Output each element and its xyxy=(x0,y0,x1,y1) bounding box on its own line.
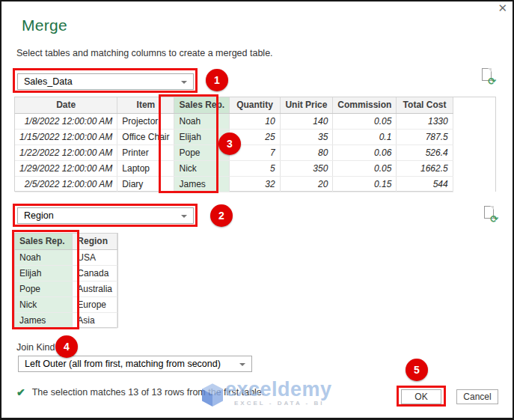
table-header-row: Sales Rep. Region xyxy=(15,234,117,249)
first-table-select[interactable]: Sales_Data xyxy=(17,73,194,90)
cell-total-cost: 526.4 xyxy=(397,144,453,160)
step-4-badge: 4 xyxy=(55,335,78,358)
cell-region: Australia xyxy=(73,281,117,296)
cell-sales-rep: Noah xyxy=(174,113,230,129)
cell-sales-rep: Elijah xyxy=(15,265,73,281)
table-row: 1/8/2022 12:00:00 AM Projector Noah 10 1… xyxy=(15,113,495,129)
cell-sales-rep: James xyxy=(15,312,73,328)
table-row: Elijah Canada xyxy=(15,265,117,281)
step-2-badge: 2 xyxy=(210,204,233,227)
cell-commission: 0.05 xyxy=(333,113,397,129)
cell-quantity: 5 xyxy=(230,160,280,176)
chevron-down-icon xyxy=(181,215,187,218)
filler-cell xyxy=(453,97,495,113)
page-fold-icon xyxy=(490,206,494,210)
table-row: Noah USA xyxy=(15,249,117,265)
col-header-commission[interactable]: Commission xyxy=(333,97,397,113)
second-table-select[interactable]: Region xyxy=(17,207,194,224)
cell-quantity: 10 xyxy=(230,113,280,129)
table-row: Nick Europe xyxy=(15,296,117,312)
cell-item: Diary xyxy=(117,176,174,192)
join-kind-label: Join Kind xyxy=(16,342,55,353)
cell-commission: 0.1 xyxy=(333,129,397,144)
cell-item: Laptop xyxy=(117,160,174,176)
refresh-preview-icon[interactable]: ⟳ xyxy=(484,206,494,219)
table-row: 2/5/2022 12:00:00 AM Diary James 32 20 0… xyxy=(15,176,495,192)
col-header-unit-price[interactable]: Unit Price xyxy=(280,97,333,113)
step-3-badge: 3 xyxy=(218,133,241,155)
cell-date: 1/8/2022 12:00:00 AM xyxy=(15,113,117,129)
chevron-down-icon xyxy=(239,363,245,366)
cell-region: Europe xyxy=(73,296,117,312)
cell-date: 1/29/2022 12:00:00 AM xyxy=(15,160,117,176)
cell-date: 1/22/2022 12:00:00 AM xyxy=(15,144,117,160)
cell-unit-price: 80 xyxy=(280,144,333,160)
refresh-preview-icon[interactable]: ⟳ xyxy=(482,68,492,81)
cell-commission: 0.06 xyxy=(333,144,397,160)
watermark-tagline: EXCEL - DATA - BI xyxy=(234,400,332,407)
first-table-select-value: Sales_Data xyxy=(24,76,73,87)
cell-quantity: 32 xyxy=(230,176,280,192)
cell-date: 1/15/2022 12:00:00 AM xyxy=(15,129,117,144)
page-title: Merge xyxy=(22,16,67,34)
cell-total-cost: 787.5 xyxy=(397,129,453,144)
cell-sales-rep: James xyxy=(174,176,230,192)
second-table: Sales Rep. Region Noah USA Elijah Canada… xyxy=(15,234,117,329)
step-5-badge: 5 xyxy=(406,359,428,381)
cell-total-cost: 1662.5 xyxy=(397,160,453,176)
cell-unit-price: 20 xyxy=(280,176,333,192)
join-kind-select-value: Left Outer (all from first, matching fro… xyxy=(25,359,221,369)
cell-region: Canada xyxy=(73,265,117,281)
ok-button[interactable]: OK xyxy=(401,389,441,404)
cell-item: Office Chair xyxy=(117,129,174,144)
table-header-row: Date Item Sales Rep. Quantity Unit Price… xyxy=(15,97,495,113)
cell-sales-rep: Nick xyxy=(174,160,230,176)
cell-unit-price: 35 xyxy=(280,129,333,144)
first-table: Date Item Sales Rep. Quantity Unit Price… xyxy=(15,97,495,192)
col-header-total-cost[interactable]: Total Cost xyxy=(397,97,453,113)
table-row: 1/22/2022 12:00:00 AM Printer Pope 7 80 … xyxy=(15,144,495,160)
cell-commission: 0.15 xyxy=(333,176,397,192)
cell-region: Asia xyxy=(73,312,117,328)
match-status: ✔ The selection matches 13 of 13 rows fr… xyxy=(16,386,264,398)
cell-unit-price: 140 xyxy=(280,113,333,129)
merge-dialog: ✕ Merge Select tables and matching colum… xyxy=(0,0,514,420)
cell-unit-price: 350 xyxy=(280,160,333,176)
join-kind-select[interactable]: Left Outer (all from first, matching fro… xyxy=(18,356,252,372)
page-fold-icon xyxy=(488,68,492,72)
cell-commission: 0.05 xyxy=(333,160,397,176)
refresh-arrow-icon: ⟳ xyxy=(488,76,496,86)
table-row: 1/15/2022 12:00:00 AM Office Chair Elija… xyxy=(15,129,495,144)
first-table-preview: Date Item Sales Rep. Quantity Unit Price… xyxy=(14,97,496,192)
col-header-sales-rep[interactable]: Sales Rep. xyxy=(15,234,73,249)
filler-cell xyxy=(453,129,495,144)
dialog-subtitle: Select tables and matching columns to cr… xyxy=(16,48,273,58)
check-icon: ✔ xyxy=(16,386,25,398)
cell-date: 2/5/2022 12:00:00 AM xyxy=(15,176,117,192)
cell-total-cost: 544 xyxy=(397,176,453,192)
match-status-text: The selection matches 13 of 13 rows from… xyxy=(32,387,265,398)
filler-cell xyxy=(453,160,495,176)
table-row: Pope Australia xyxy=(15,281,117,296)
step-1-badge: 1 xyxy=(206,69,228,91)
table-row: 1/29/2022 12:00:00 AM Laptop Nick 5 350 … xyxy=(15,160,495,176)
refresh-arrow-icon: ⟳ xyxy=(490,214,498,224)
filler-cell xyxy=(453,113,495,129)
col-header-quantity[interactable]: Quantity xyxy=(230,97,280,113)
filler-cell xyxy=(453,176,495,192)
cell-sales-rep: Nick xyxy=(15,296,73,312)
cell-sales-rep: Noah xyxy=(15,249,73,265)
col-header-date[interactable]: Date xyxy=(15,97,117,113)
cancel-button[interactable]: Cancel xyxy=(456,389,498,404)
table-row: James Asia xyxy=(15,312,117,328)
chevron-down-icon xyxy=(181,81,187,84)
col-header-sales-rep[interactable]: Sales Rep. xyxy=(174,97,230,113)
cell-region: USA xyxy=(73,249,117,265)
close-icon[interactable]: ✕ xyxy=(498,2,507,14)
col-header-item[interactable]: Item xyxy=(117,97,174,113)
second-table-preview: Sales Rep. Region Noah USA Elijah Canada… xyxy=(14,233,118,328)
col-header-region[interactable]: Region xyxy=(73,234,117,249)
cell-total-cost: 1330 xyxy=(397,113,453,129)
filler-cell xyxy=(453,144,495,160)
cell-item: Projector xyxy=(117,113,174,129)
